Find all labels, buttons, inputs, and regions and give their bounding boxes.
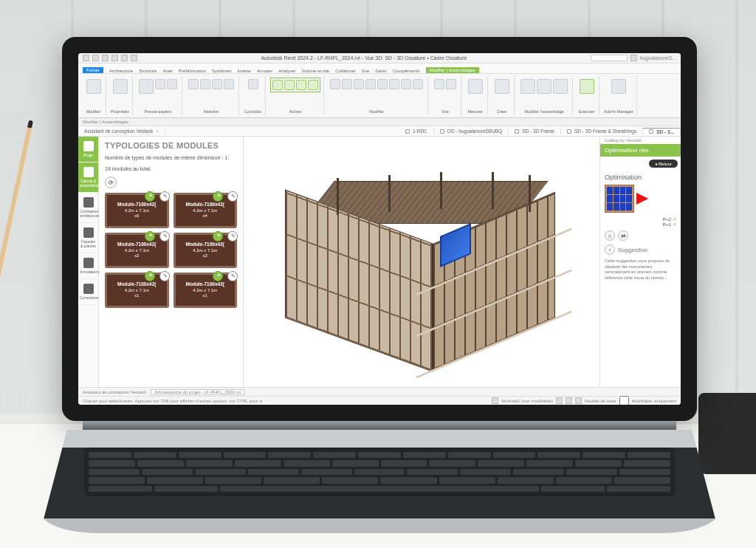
tab-annoter[interactable]: Annoter (257, 69, 272, 73)
create-icon[interactable] (495, 79, 509, 94)
pin-icon[interactable] (401, 79, 411, 89)
user-avatar-icon[interactable] (630, 55, 637, 61)
refresh-count-button[interactable]: ⟳ (105, 177, 117, 188)
3d-viewport[interactable] (244, 137, 599, 387)
offset-icon[interactable] (342, 79, 352, 89)
sidebar-item-corrections[interactable]: Corrections (78, 279, 98, 305)
typologies-panel: TYPOLOGIES DE MODULES Nombre de types de… (99, 137, 244, 387)
unpin-icon[interactable] (413, 79, 423, 89)
array-icon[interactable] (377, 79, 388, 89)
tab-acier[interactable]: Acier (162, 69, 173, 73)
arrow-out-icon: ↗ (673, 222, 676, 227)
paste-icon[interactable] (139, 79, 154, 94)
tab-architecture[interactable]: Architecture (109, 69, 133, 73)
qat-redo-icon[interactable] (121, 55, 128, 61)
close-panel-icon[interactable]: × (156, 129, 159, 134)
ribbon-group-clipboard: Presse-papiers (134, 76, 182, 115)
view2-icon[interactable] (446, 79, 456, 89)
copy2-icon[interactable] (296, 80, 306, 90)
home-button[interactable]: ⌂ (605, 230, 615, 241)
tab-file[interactable]: Fichier (83, 67, 103, 73)
move-icon[interactable] (272, 80, 283, 90)
edit-module-icon[interactable]: ✎ (163, 193, 168, 199)
module-card[interactable]: +✎ Module-7100x42(4.2m x 7.1mx4 (173, 193, 238, 228)
module-card[interactable]: +✎ Module-7100x42(4.2m x 7.1mx6 (105, 193, 169, 228)
view-tab[interactable]: 1-RDC (399, 128, 434, 134)
view-tab[interactable]: SD - 3D Frame (509, 128, 561, 134)
module-card[interactable]: +✎ Module-7100x42(4.2m x 7.1mx1 (173, 273, 238, 308)
select-icon[interactable] (86, 79, 101, 94)
project-browser-tab[interactable]: Arborescence du projet - LF-RHFL_2024.rv… (151, 389, 244, 395)
ribbon-group-proprietes: Propriétés (108, 76, 133, 115)
demolish-icon[interactable] (224, 79, 234, 89)
modifiable-only-checkbox[interactable] (619, 396, 629, 405)
align-icon[interactable] (330, 79, 340, 89)
addin-mgr-icon[interactable] (611, 79, 626, 94)
qat-open-icon[interactable] (92, 55, 99, 61)
cut-icon[interactable] (155, 79, 165, 89)
mug (698, 393, 756, 474)
qat-undo-icon[interactable] (111, 55, 118, 61)
tab-inserer[interactable]: Insérer (237, 69, 251, 73)
tab-systemes[interactable]: Systèmes (212, 69, 231, 73)
copy-icon[interactable] (167, 79, 177, 89)
view-tab[interactable]: OD - hugoalanoreSBUBQ (434, 128, 509, 134)
prev-suggestion-button[interactable]: ‹ (605, 244, 615, 255)
sb-icon[interactable] (556, 397, 563, 404)
tab-gerer[interactable]: Gérer (375, 69, 386, 73)
building-model (307, 181, 536, 358)
sidebar-item-facades[interactable]: Façades & toitures (78, 223, 98, 253)
view-tab-active[interactable]: SD - 3... (643, 128, 681, 135)
tab-modifier-assemblages[interactable]: Modifier | Assemblages (426, 67, 479, 73)
add-module-icon[interactable]: + (149, 192, 153, 199)
tab-vue[interactable]: Vue (362, 69, 369, 73)
sb-icon[interactable] (575, 397, 582, 404)
swap-button[interactable]: ⇄ (618, 230, 628, 241)
tab-prefab[interactable]: Préfabrication (179, 69, 206, 73)
optimisation-diagram (605, 185, 676, 213)
properties-icon[interactable] (113, 79, 128, 94)
execute-icon[interactable] (580, 79, 594, 94)
mirror-icon[interactable] (308, 80, 318, 90)
scale-icon[interactable] (389, 79, 399, 89)
plugin-sidebar: Projet Calculs & implantation Conception… (78, 137, 99, 387)
search-input[interactable] (591, 55, 628, 61)
measure-icon[interactable] (468, 79, 483, 94)
trim-icon[interactable] (354, 79, 364, 89)
fix-icon (83, 284, 94, 294)
join-icon[interactable] (212, 79, 222, 89)
module-card[interactable]: +✎ Module-7100x42(4.2m x 7.1mx1 (105, 273, 169, 308)
laptop-base (40, 430, 719, 533)
sidebar-item-projet[interactable]: Projet (78, 137, 98, 162)
tab-collaborer[interactable]: Collaborer (335, 69, 356, 73)
ribbon-tabs: Fichier Architecture Structure Acier Pré… (78, 64, 681, 74)
sidebar-item-calculs[interactable]: Calculs & implantation (78, 162, 98, 193)
cope-icon[interactable] (188, 79, 199, 89)
disassemble-icon[interactable] (537, 79, 551, 94)
tab-volume[interactable]: Volume et site (301, 69, 329, 73)
rotate-icon[interactable] (284, 80, 295, 90)
edit-assembly-icon[interactable] (520, 79, 535, 94)
back-button[interactable]: ◂ Retour (649, 160, 678, 168)
activate-icon[interactable] (248, 79, 258, 89)
qat-save-icon[interactable] (102, 55, 109, 61)
cut-geom-icon[interactable] (200, 79, 210, 89)
qat-sync-icon[interactable] (131, 55, 137, 61)
sidebar-item-conception[interactable]: Conception architecturale (78, 193, 98, 223)
tab-analyser[interactable]: Analyser (278, 69, 295, 73)
split-icon[interactable] (365, 79, 376, 89)
calc-icon (83, 167, 94, 177)
module-card[interactable]: +✎ Module-7100x42(4.2m x 7.1mx2 (173, 233, 238, 268)
view-tab[interactable]: SD - 3D Frame & Sheathings (561, 128, 643, 134)
ribbon-group-mesurer: Mesurer (463, 76, 488, 115)
tab-complements[interactable]: Compléments (393, 69, 420, 73)
create-views-icon[interactable] (553, 79, 568, 94)
view-icon[interactable] (434, 79, 444, 89)
tab-structure[interactable]: Structure (139, 69, 157, 73)
sidebar-item-annotations[interactable]: Annotations (78, 253, 98, 279)
suggestion-title: Suggestion (618, 247, 647, 253)
sb-icon[interactable] (566, 397, 572, 404)
workset-icon[interactable] (492, 397, 498, 404)
module-card[interactable]: +✎ Module-7100x42(4.2m x 7.1mx2 (105, 233, 169, 268)
ribbon-group-attacher: Attacher (184, 76, 239, 115)
